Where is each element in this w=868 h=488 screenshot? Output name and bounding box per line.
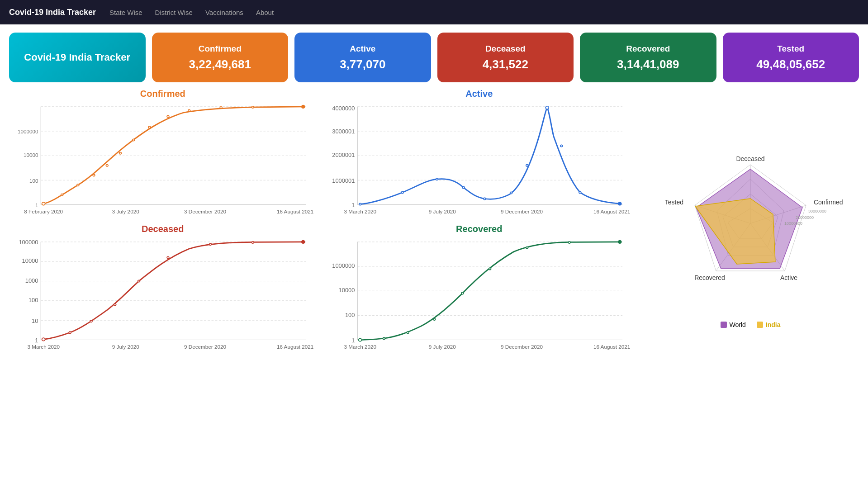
nav-state-wise[interactable]: State Wise bbox=[109, 9, 142, 16]
svg-point-23 bbox=[167, 115, 169, 117]
svg-point-25 bbox=[220, 107, 222, 109]
svg-point-21 bbox=[133, 139, 135, 141]
card-tested-value: 49,48,05,652 bbox=[756, 57, 825, 71]
svg-point-22 bbox=[148, 126, 151, 128]
svg-point-48 bbox=[484, 198, 486, 199]
svg-text:3 March 2020: 3 March 2020 bbox=[344, 344, 376, 350]
svg-point-49 bbox=[510, 192, 512, 194]
chart-confirmed: Confirmed 1 100 10000 1000000 8 February bbox=[9, 89, 317, 219]
svg-text:100: 100 bbox=[345, 312, 355, 318]
svg-point-100 bbox=[302, 241, 305, 244]
svg-point-53 bbox=[579, 191, 581, 193]
svg-text:10: 10 bbox=[32, 318, 38, 324]
svg-text:10000000: 10000000 bbox=[784, 221, 802, 226]
svg-text:1000000: 1000000 bbox=[18, 129, 38, 135]
svg-text:100: 100 bbox=[28, 298, 38, 303]
svg-text:9 July 2020: 9 July 2020 bbox=[428, 344, 455, 350]
chart-deceased: Deceased 1 10 100 1000 10000 100000 bbox=[9, 224, 317, 355]
svg-point-27 bbox=[302, 105, 305, 109]
svg-text:3 July 2020: 3 July 2020 bbox=[112, 209, 139, 214]
svg-text:100: 100 bbox=[29, 178, 38, 184]
card-confirmed-title: Confirmed bbox=[199, 44, 242, 54]
svg-point-20 bbox=[119, 152, 122, 154]
chart-recovered-title: Recovered bbox=[456, 224, 502, 234]
nav-about[interactable]: About bbox=[256, 9, 274, 16]
charts-area: Confirmed 1 100 10000 1000000 8 February bbox=[0, 89, 868, 364]
card-recovered-title: Recovered bbox=[626, 44, 670, 54]
svg-point-19 bbox=[106, 165, 108, 166]
svg-text:20000000: 20000000 bbox=[796, 215, 814, 220]
card-active-title: Active bbox=[350, 44, 375, 54]
svg-text:3 March 2020: 3 March 2020 bbox=[27, 344, 60, 350]
card-recovered: Recovered 3,14,41,089 bbox=[580, 33, 716, 82]
legend-india-dot bbox=[757, 322, 763, 328]
svg-point-44 bbox=[359, 203, 361, 205]
svg-point-51 bbox=[545, 106, 549, 109]
card-recovered-value: 3,14,41,089 bbox=[617, 57, 679, 71]
svg-point-99 bbox=[252, 242, 254, 243]
svg-point-50 bbox=[526, 165, 528, 166]
nav-district-wise[interactable]: District Wise bbox=[155, 9, 193, 16]
svg-text:16 August 2021: 16 August 2021 bbox=[277, 209, 313, 214]
radar-legend: World India bbox=[721, 321, 781, 328]
svg-point-95 bbox=[114, 303, 116, 305]
legend-world: World bbox=[721, 321, 746, 328]
svg-text:1000000: 1000000 bbox=[332, 263, 355, 269]
svg-text:4000000: 4000000 bbox=[332, 106, 355, 112]
svg-point-52 bbox=[560, 145, 562, 147]
navbar: Covid-19 India Tracker State Wise Distri… bbox=[0, 0, 868, 24]
svg-point-98 bbox=[209, 243, 212, 245]
chart-recovered-svg: 1 100 10000 1000000 3 March 2020 9 July … bbox=[326, 237, 633, 355]
svg-point-15 bbox=[42, 202, 45, 205]
svg-text:10000: 10000 bbox=[24, 153, 38, 158]
svg-text:16 August 2021: 16 August 2021 bbox=[593, 209, 630, 214]
svg-point-16 bbox=[61, 194, 63, 196]
svg-text:9 July 2020: 9 July 2020 bbox=[112, 344, 139, 350]
svg-point-97 bbox=[167, 256, 169, 258]
legend-india-label: India bbox=[766, 321, 781, 328]
svg-point-119 bbox=[433, 318, 435, 320]
card-deceased-title: Deceased bbox=[485, 44, 526, 54]
svg-point-117 bbox=[383, 337, 385, 339]
card-tested: Tested 49,48,05,652 bbox=[723, 33, 859, 82]
nav-vaccinations[interactable]: Vaccinations bbox=[205, 9, 243, 16]
svg-point-118 bbox=[407, 332, 409, 333]
svg-point-46 bbox=[436, 178, 438, 180]
svg-text:Active: Active bbox=[780, 274, 797, 281]
chart-active-svg: 1 1000001 2000001 3000001 4000000 3 Marc… bbox=[326, 102, 633, 219]
svg-text:1000: 1000 bbox=[25, 278, 38, 284]
legend-world-label: World bbox=[730, 321, 746, 328]
svg-text:9 December 2020: 9 December 2020 bbox=[500, 209, 542, 214]
svg-text:1: 1 bbox=[35, 337, 38, 343]
svg-point-26 bbox=[252, 106, 254, 108]
chart-active: Active 1 1000001 2000001 3000001 4000000… bbox=[326, 89, 633, 219]
svg-text:3 March 2020: 3 March 2020 bbox=[344, 209, 376, 214]
svg-text:2000001: 2000001 bbox=[332, 152, 355, 158]
svg-point-120 bbox=[461, 292, 463, 294]
card-brand: Covid-19 India Tracker bbox=[9, 33, 146, 82]
svg-text:9 July 2020: 9 July 2020 bbox=[428, 209, 455, 214]
card-tested-title: Tested bbox=[777, 44, 804, 54]
svg-text:3000001: 3000001 bbox=[332, 129, 355, 135]
svg-text:16 August 2021: 16 August 2021 bbox=[277, 344, 313, 350]
card-active-value: 3,77,070 bbox=[340, 57, 385, 71]
chart-confirmed-title: Confirmed bbox=[140, 89, 185, 99]
svg-text:Tested: Tested bbox=[665, 199, 683, 206]
svg-text:Recovered: Recovered bbox=[694, 274, 725, 281]
svg-text:1: 1 bbox=[351, 337, 355, 343]
svg-point-92 bbox=[42, 338, 45, 341]
svg-text:Confirmed: Confirmed bbox=[814, 199, 843, 206]
svg-text:9 December 2020: 9 December 2020 bbox=[500, 344, 542, 350]
svg-point-45 bbox=[401, 191, 403, 193]
svg-text:1: 1 bbox=[351, 202, 355, 208]
card-confirmed-value: 3,22,49,681 bbox=[189, 57, 251, 71]
legend-world-dot bbox=[721, 322, 727, 328]
svg-point-116 bbox=[358, 338, 361, 341]
svg-text:100000: 100000 bbox=[19, 240, 38, 246]
chart-deceased-title: Deceased bbox=[142, 224, 184, 234]
svg-text:Deceased: Deceased bbox=[736, 155, 764, 162]
chart-active-title: Active bbox=[465, 89, 493, 99]
card-active: Active 3,77,070 bbox=[294, 33, 431, 82]
svg-point-121 bbox=[489, 268, 491, 270]
svg-point-54 bbox=[618, 202, 621, 205]
